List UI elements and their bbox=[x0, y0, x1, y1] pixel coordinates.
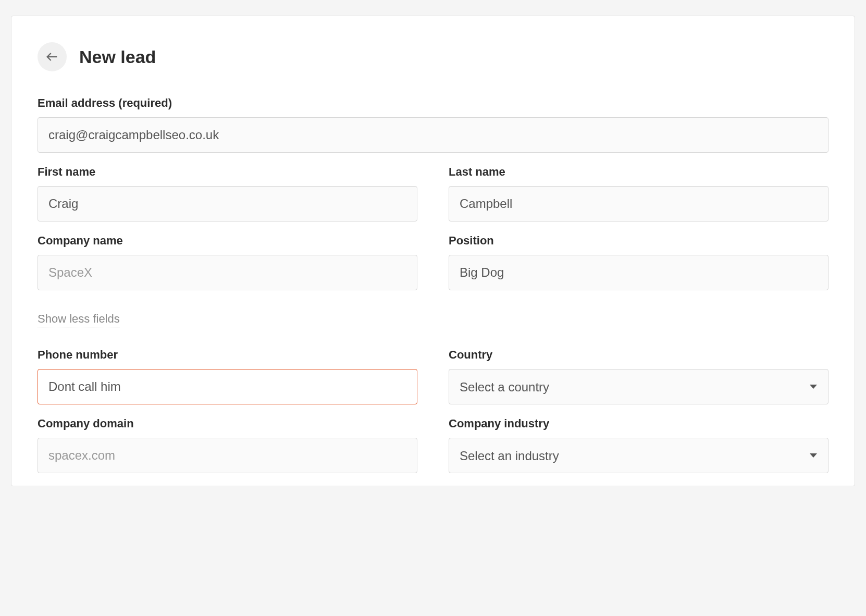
company-domain-input[interactable] bbox=[38, 438, 417, 473]
first-name-input[interactable] bbox=[38, 186, 417, 221]
company-name-field-group: Company name bbox=[38, 234, 417, 290]
phone-field-group: Phone number bbox=[38, 348, 417, 404]
first-name-field-group: First name bbox=[38, 165, 417, 221]
company-name-label: Company name bbox=[38, 234, 417, 248]
arrow-left-icon bbox=[45, 50, 59, 64]
page-title: New lead bbox=[79, 47, 156, 67]
last-name-field-group: Last name bbox=[449, 165, 828, 221]
country-label: Country bbox=[449, 348, 828, 362]
position-field-group: Position bbox=[449, 234, 828, 290]
phone-input[interactable] bbox=[38, 369, 417, 404]
new-lead-card: New lead Email address (required) First … bbox=[11, 16, 855, 486]
email-field-group: Email address (required) bbox=[38, 96, 828, 153]
first-name-label: First name bbox=[38, 165, 417, 179]
position-label: Position bbox=[449, 234, 828, 248]
company-industry-select[interactable]: Select an industry bbox=[449, 438, 828, 473]
back-button[interactable] bbox=[38, 42, 67, 71]
page-header: New lead bbox=[38, 42, 828, 71]
company-domain-field-group: Company domain bbox=[38, 417, 417, 473]
toggle-fields-link[interactable]: Show less fields bbox=[38, 312, 120, 327]
email-label: Email address (required) bbox=[38, 96, 828, 110]
company-name-input[interactable] bbox=[38, 255, 417, 290]
company-domain-label: Company domain bbox=[38, 417, 417, 430]
email-input[interactable] bbox=[38, 117, 828, 153]
country-field-group: Country Select a country bbox=[449, 348, 828, 404]
position-input[interactable] bbox=[449, 255, 828, 290]
last-name-label: Last name bbox=[449, 165, 828, 179]
company-industry-label: Company industry bbox=[449, 417, 828, 430]
phone-label: Phone number bbox=[38, 348, 417, 362]
company-industry-field-group: Company industry Select an industry bbox=[449, 417, 828, 473]
country-select[interactable]: Select a country bbox=[449, 369, 828, 404]
last-name-input[interactable] bbox=[449, 186, 828, 221]
